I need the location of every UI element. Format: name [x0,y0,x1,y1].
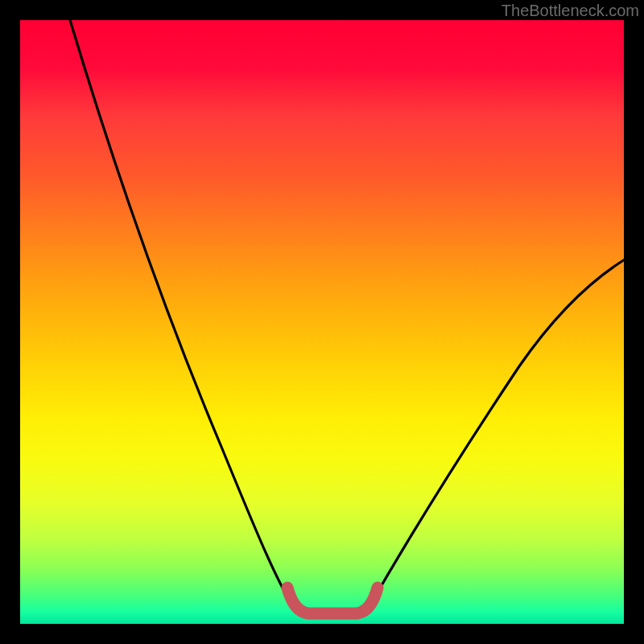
plot-area [20,20,624,624]
bottom-bracket [287,588,378,613]
curves-svg [20,20,624,624]
chart-frame: TheBottleneck.com [0,0,644,644]
watermark-text: TheBottleneck.com [502,2,639,20]
left-curve [70,20,296,612]
right-curve [366,260,624,612]
